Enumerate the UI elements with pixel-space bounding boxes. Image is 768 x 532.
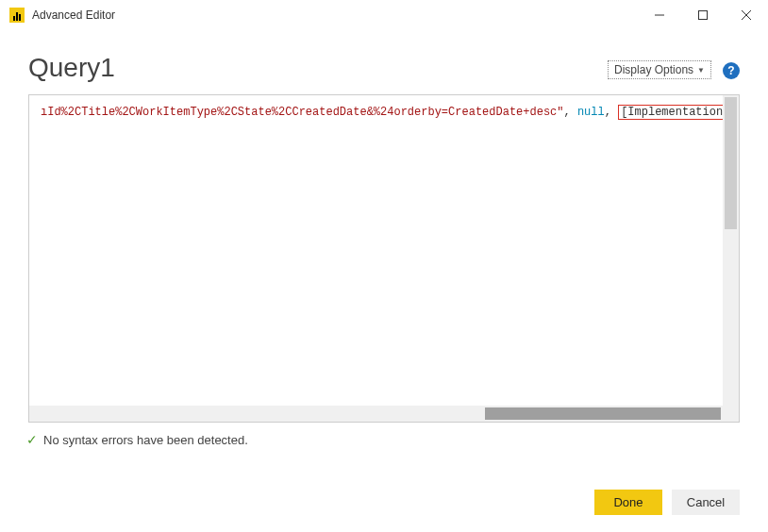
vertical-scrollbar-thumb[interactable] (725, 97, 737, 229)
code-separator: , (605, 106, 618, 119)
app-icon (9, 8, 25, 23)
code-string-segment: ıId%2CTitle%2CWorkItemType%2CState%2CCre… (41, 106, 564, 119)
code-editor[interactable]: ıId%2CTitle%2CWorkItemType%2CState%2CCre… (28, 94, 740, 423)
close-button[interactable] (725, 0, 768, 30)
status-message: No syntax errors have been detected. (43, 433, 248, 447)
svg-rect-1 (699, 11, 708, 20)
scroll-corner (723, 406, 739, 422)
display-options-dropdown[interactable]: Display Options ▼ (608, 60, 711, 79)
cancel-button[interactable]: Cancel (672, 490, 740, 515)
footer-buttons: Done Cancel (594, 490, 740, 515)
query-title: Query1 (28, 53, 115, 83)
titlebar: Advanced Editor (0, 0, 768, 30)
code-null-keyword: null (577, 106, 605, 119)
display-options-label: Display Options (614, 63, 693, 76)
status-row: ✓ No syntax errors have been detected. (0, 423, 768, 457)
chevron-down-icon: ▼ (697, 66, 705, 75)
maximize-button[interactable] (681, 0, 725, 30)
window-title: Advanced Editor (32, 8, 115, 22)
code-separator: , (564, 106, 577, 119)
code-highlight-box: [Implementation="2.0"]) (618, 105, 723, 120)
horizontal-scrollbar[interactable] (29, 406, 723, 422)
code-content[interactable]: ıId%2CTitle%2CWorkItemType%2CState%2CCre… (29, 95, 723, 406)
check-icon: ✓ (26, 432, 38, 447)
help-icon[interactable]: ? (723, 62, 740, 79)
header-row: Query1 Display Options ▼ ? (0, 30, 768, 94)
horizontal-scrollbar-thumb[interactable] (485, 407, 721, 420)
vertical-scrollbar[interactable] (723, 95, 739, 406)
window-buttons (638, 0, 768, 30)
minimize-button[interactable] (638, 0, 681, 30)
done-button[interactable]: Done (594, 490, 662, 515)
